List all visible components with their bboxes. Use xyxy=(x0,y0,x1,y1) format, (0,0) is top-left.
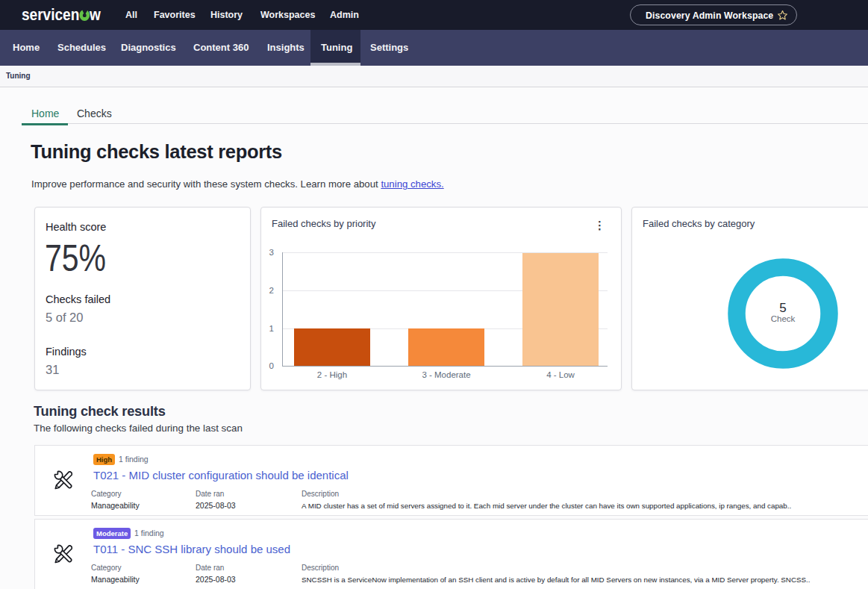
svg-text:w: w xyxy=(89,6,101,23)
svg-text:servicen: servicen xyxy=(22,6,79,23)
svg-text:3 - Moderate: 3 - Moderate xyxy=(422,370,470,379)
svg-text:3: 3 xyxy=(269,248,274,257)
svg-text:5: 5 xyxy=(779,301,786,315)
svg-text:2: 2 xyxy=(269,286,274,295)
svg-text:1: 1 xyxy=(269,324,274,333)
svg-text:2 - High: 2 - High xyxy=(317,370,347,379)
svg-text:Check: Check xyxy=(771,314,796,323)
svg-text:0: 0 xyxy=(269,361,274,370)
svg-text:4 - Low: 4 - Low xyxy=(546,370,575,379)
